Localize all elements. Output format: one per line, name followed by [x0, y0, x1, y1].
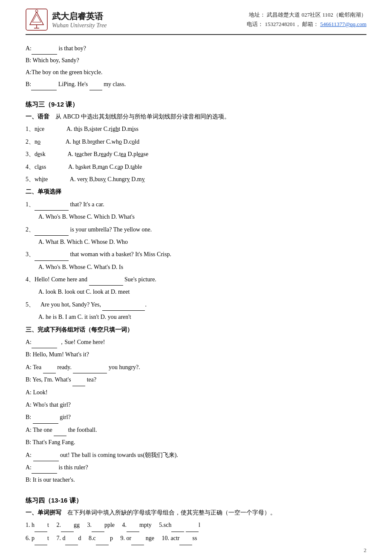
blank-3[interactable]: [89, 84, 102, 90]
phonics-item-3: 3、desk A. teacher B,ready C.tea D.please: [26, 148, 366, 160]
blank-v2c[interactable]: [96, 538, 109, 545]
exercise3-part2: 二、单项选择 1、 that? It's a car. A. Who's B. …: [26, 185, 366, 323]
intro-section: A: is that boy? B: Which boy, Sandy? A:T…: [26, 43, 366, 90]
blank-v1f[interactable]: [186, 525, 199, 532]
phonics-item-2: 2、no A. hot B.brother C.who D.cold: [26, 136, 366, 148]
dialog-12: B: It is our teacher's.: [26, 474, 366, 486]
intro-line-3: A:The boy on the green bicycle.: [26, 66, 366, 78]
blank-v2a[interactable]: [35, 538, 47, 545]
exercise3-part1: 一、语音 从 ABCD 中选出其划线部分与所给单词划线部分读音相同的选项。 1、…: [26, 110, 366, 185]
logo-cn-name: 武大启睿英语: [52, 11, 107, 22]
mc-q2: 2、 is your umbrella? The yellow one.: [26, 223, 366, 236]
blank-v2b[interactable]: [65, 538, 78, 545]
header-right: 地址： 武昌雄楚大道 027社区 1102（毗邻南湖） 电话： 15327248…: [247, 10, 366, 29]
blank-d1[interactable]: [32, 341, 57, 348]
dialog-7: B: girl?: [26, 411, 366, 423]
part3-title-line: 三、完成下列各组对话（每空只填一词）: [26, 324, 366, 336]
mc-q1-opts: A. Who's B. Whose C. Which D. What's: [38, 211, 366, 223]
blank-d3b[interactable]: [73, 367, 107, 373]
blank-d11[interactable]: [32, 467, 57, 474]
phonics-item-5: 5、white A. very B,busy C.hungry D.my: [26, 173, 366, 185]
blank-mc-1[interactable]: [35, 204, 69, 211]
contact-line: 电话： 15327248201， 邮箱： 546611377@qq.com: [247, 20, 366, 29]
page-number: 2: [364, 547, 367, 554]
dialog-5: A: Look!: [26, 386, 366, 399]
dialog-9: B: That's Fang Fang.: [26, 436, 366, 448]
blank-d10[interactable]: [33, 454, 59, 461]
phone-label: 电话：: [247, 21, 263, 27]
blank-mc-2[interactable]: [35, 229, 69, 236]
address-value: 武昌雄楚大道 027社区 1102（毗邻南湖）: [267, 12, 366, 18]
phonics-item-4: 4、class A. basket B,man C.cap D.table: [26, 161, 366, 173]
dialog-11: A: is this ruler?: [26, 461, 366, 474]
blank-v1e[interactable]: [171, 525, 184, 532]
part4-1-title: 一、单词拼写 在下列单词中填入所缺的字母或字母组合，使其完整与正确（一空一个字母…: [26, 509, 276, 516]
intro-line-1: A: is that boy?: [26, 43, 366, 55]
exercise4-section: 练习四（13-16 课） 一、单词拼写 在下列单词中填入所缺的字母或字母组合，使…: [26, 497, 366, 545]
email-link[interactable]: 546611377@qq.com: [320, 21, 366, 27]
blank-mc-3[interactable]: [35, 254, 69, 261]
email-label: 邮箱：: [302, 21, 319, 27]
mc-q3-opts: A. Who's B. Whose C. What's D. Is: [38, 261, 366, 273]
exercise3-section: 练习三（9-12 课） 一、语音 从 ABCD 中选出其划线部分与所给单词划线部…: [26, 101, 366, 486]
dialog-6: A: Who's that girl?: [26, 399, 366, 411]
address-line: 地址： 武昌雄楚大道 027社区 1102（毗邻南湖）: [247, 10, 366, 20]
logo-icon: [26, 9, 48, 31]
page: 武大启睿英语 Wuhan University Tree 地址： 武昌雄楚大道 …: [0, 0, 392, 555]
exercise4-title: 练习四（13-16 课）: [26, 497, 366, 505]
mc-q2-opts: A. What B. Which C. Whose D. Who: [38, 236, 366, 248]
part1-label: 一、语音: [26, 113, 55, 120]
dialog-2: B: Hello, Mum! What's it?: [26, 348, 366, 361]
header-left: 武大启睿英语 Wuhan University Tree: [26, 9, 107, 31]
dialog-10: A: out! The ball is coming towards us(朝我…: [26, 449, 366, 461]
mc-q5: 5、 Are you hot, Sandy? Yes, .: [26, 298, 366, 311]
address-label: 地址：: [249, 12, 265, 18]
logo-en-name: Wuhan University Tree: [52, 22, 107, 29]
mc-q5-opts: A. he is B. I am C. it isn't D. you aren…: [38, 311, 366, 323]
vocab-row-1: 1. ht 2.gg 3.pple 4.mpty 5.sch l: [26, 519, 366, 532]
blank-d8[interactable]: [54, 429, 66, 436]
dialog-3: A: Tea ready. you hungry?.: [26, 361, 366, 373]
part2-title-line: 二、单项选择: [26, 185, 366, 198]
blank-v1c[interactable]: [92, 525, 104, 532]
intro-line-2: B: Which boy, Sandy?: [26, 55, 366, 66]
intro-line-4: B: LiPing. He's my class.: [26, 78, 366, 90]
blank-v1d[interactable]: [127, 525, 139, 532]
header: 武大启睿英语 Wuhan University Tree 地址： 武昌雄楚大道 …: [26, 9, 366, 35]
exercise3-title: 练习三（9-12 课）: [26, 101, 366, 109]
blank-v1b[interactable]: [61, 525, 74, 532]
blank-v2e[interactable]: [179, 538, 192, 545]
phone-value: 15327248201: [265, 21, 295, 27]
logo-text: 武大启睿英语 Wuhan University Tree: [52, 11, 107, 29]
mc-q4: 4、Hello! Come here and Sue's picture.: [26, 273, 366, 286]
blank-mc-5[interactable]: [102, 304, 145, 311]
blank-1[interactable]: [32, 48, 57, 55]
part1-title: 一、语音 从 ABCD 中选出其划线部分与所给单词划线部分读音相同的选项。: [26, 113, 230, 120]
dialog-4: B: Yes, I'm. What's tea?: [26, 373, 366, 386]
mc-q4-opts: A. look B. look out C. look at D. meet: [38, 286, 366, 298]
dialog-8: A: The one the football.: [26, 424, 366, 436]
exercise4-part1: 一、单词拼写 在下列单词中填入所缺的字母或字母组合，使其完整与正确（一空一个字母…: [26, 506, 366, 545]
blank-d3a[interactable]: [43, 367, 56, 373]
blank-v1a[interactable]: [35, 525, 47, 532]
dialog-1: A: ，Sue! Come here!: [26, 336, 366, 348]
vocab-row-2: 6. pt 7. dd 8.c p 9. or nge 10. actrss: [26, 532, 366, 545]
blank-d4[interactable]: [72, 379, 85, 386]
mc-q3: 3、 that woman with a basket? It's Miss C…: [26, 248, 366, 260]
exercise3-part3: 三、完成下列各组对话（每空只填一词） A: ，Sue! Come here! B…: [26, 324, 366, 486]
mc-q1: 1、 that? It's a car.: [26, 198, 366, 211]
blank-v2d[interactable]: [131, 538, 144, 545]
blank-d7[interactable]: [33, 417, 58, 424]
phonics-item-1: 1、nice A. this B,sister C.right D.miss: [26, 123, 366, 135]
blank-2[interactable]: [31, 84, 57, 90]
blank-mc-4[interactable]: [89, 279, 123, 286]
